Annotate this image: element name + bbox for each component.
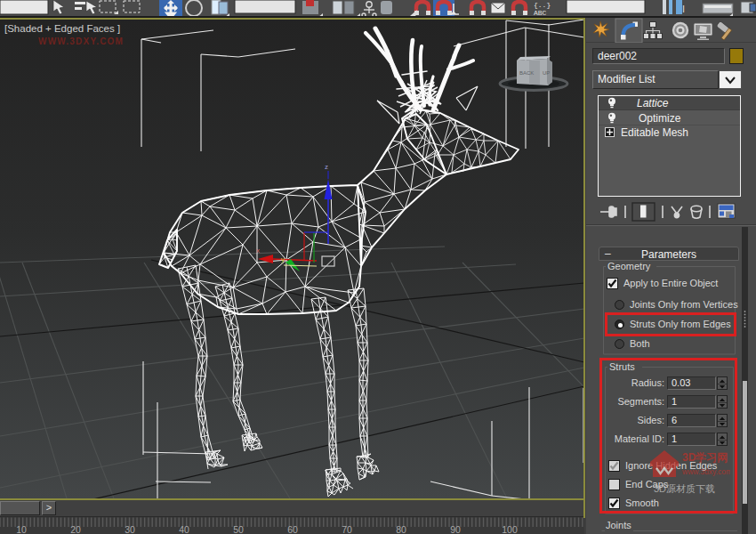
- svg-text:50: 50: [233, 524, 244, 534]
- svg-text:30: 30: [125, 524, 135, 534]
- svg-text:40: 40: [179, 524, 189, 534]
- svg-text:60: 60: [287, 524, 298, 534]
- svg-text:WWW.3DXY.COM: WWW.3DXY.COM: [38, 36, 124, 46]
- svg-text:80: 80: [396, 524, 406, 534]
- svg-text:20: 20: [70, 524, 81, 534]
- svg-text:UP: UP: [543, 70, 550, 76]
- svg-text:ABC: ABC: [534, 9, 547, 17]
- svg-text:y: y: [281, 255, 285, 263]
- svg-text:BACK: BACK: [519, 70, 534, 76]
- svg-text:100: 100: [502, 524, 518, 534]
- svg-text:z: z: [325, 163, 328, 171]
- svg-text:{..}: {..}: [534, 1, 551, 9]
- svg-text:90: 90: [450, 524, 461, 534]
- svg-text:70: 70: [342, 524, 352, 534]
- svg-text:[Shaded + Edged Faces ]: [Shaded + Edged Faces ]: [4, 23, 120, 34]
- svg-text:10: 10: [16, 524, 27, 534]
- svg-text:x: x: [256, 247, 260, 255]
- svg-text:I: I: [682, 4, 685, 14]
